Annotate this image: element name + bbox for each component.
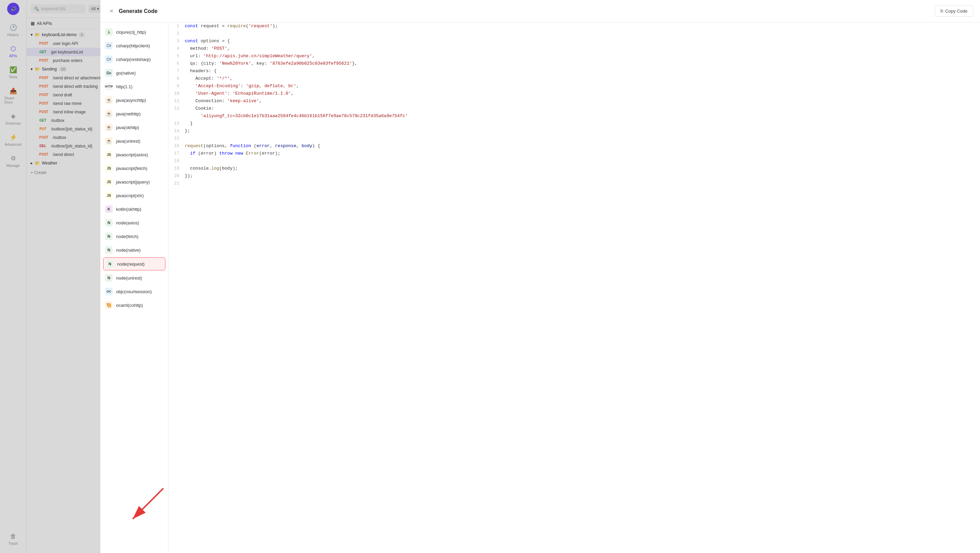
generate-code-panel: ✕ Generate Code ⎘ Copy Code λ clojure(cl… [100, 0, 980, 553]
http-icon: HTTP [105, 83, 113, 90]
ocaml-icon: 🐫 [105, 301, 113, 309]
panel-title: Generate Code [119, 8, 158, 14]
clojure-icon: λ [105, 28, 113, 36]
lang-node-axios[interactable]: N node(axios) [100, 216, 168, 229]
lang-js-fetch[interactable]: JS javascript(fetch) [100, 161, 168, 175]
code-line-20: 20 }); [169, 172, 980, 180]
js-axios-icon: JS [105, 151, 113, 158]
code-line-5: 5 url: 'http://apis.juhe.cn/simpleWeathe… [169, 53, 980, 60]
code-line-7: 7 headers: { [169, 67, 980, 75]
lang-kotlin[interactable]: K kotlin(okhttp) [100, 202, 168, 216]
code-line-9: 9 'Accept-Encoding': 'gzip, deflate, br'… [169, 83, 980, 90]
code-line-16: 16 request(options, function (error, res… [169, 142, 980, 150]
go-icon: Go [105, 69, 113, 76]
objc-icon: OC [105, 288, 113, 295]
code-line-6: 6 qs: {city: 'New%20York', key: '8763efe… [169, 60, 980, 67]
node-axios-icon: N [105, 219, 113, 226]
java-uni-icon: ☕ [105, 137, 113, 145]
node-request-icon: N [106, 260, 114, 268]
code-line-21: 21 [169, 180, 980, 187]
copy-code-button[interactable]: ⎘ Copy Code [935, 5, 973, 17]
lang-objc[interactable]: OC objc(nsurlsession) [100, 285, 168, 298]
code-line-10: 10 'User-Agent': 'EchoapiRuntime/1.1.0', [169, 90, 980, 97]
code-line-2: 2 [169, 30, 980, 37]
node-fetch-icon: N [105, 233, 113, 240]
close-button[interactable]: ✕ [107, 7, 115, 15]
lang-java-async[interactable]: ☕ java(asynchttp) [100, 93, 168, 107]
lang-node-unirest[interactable]: N node(unirest) [100, 271, 168, 285]
code-line-15: 15 [169, 135, 980, 142]
lang-node-native[interactable]: N node(native) [100, 243, 168, 257]
lang-js-jquery[interactable]: JS javascript(jquery) [100, 175, 168, 189]
js-xhr-icon: JS [105, 192, 113, 199]
lang-http[interactable]: HTTP http(1.1) [100, 80, 168, 93]
js-fetch-icon: JS [105, 164, 113, 172]
code-line-18: 18 [169, 157, 980, 165]
node-native-icon: N [105, 246, 113, 254]
csharp-rest-icon: C# [105, 56, 113, 63]
java-async-icon: ☕ [105, 96, 113, 104]
lang-ocaml[interactable]: 🐫 ocaml(cohttp) [100, 298, 168, 312]
code-line-14: 14 }; [169, 127, 980, 135]
lang-java-ok[interactable]: ☕ java(okhttp) [100, 121, 168, 134]
kotlin-icon: K [105, 206, 113, 213]
lang-clojure[interactable]: λ clojure(clj_http) [100, 25, 168, 39]
lang-node-request[interactable]: N node(request) [103, 257, 165, 270]
java-net-icon: ☕ [105, 110, 113, 118]
code-editor: 1 const request = require('request'); 2 … [169, 22, 980, 553]
csharp-icon: C# [105, 42, 113, 49]
code-line-12: 12 Cookie: [169, 105, 980, 112]
lang-js-xhr[interactable]: JS javascript(xhr) [100, 189, 168, 202]
lang-csharp-rest[interactable]: C# csharp(restsharp) [100, 53, 168, 66]
code-line-3: 3 const options = { [169, 37, 980, 45]
node-unirest-icon: N [105, 274, 113, 282]
code-line-13: 13 } [169, 120, 980, 127]
code-line-1: 1 const request = require('request'); [169, 22, 980, 30]
lang-node-fetch[interactable]: N node(fetch) [100, 229, 168, 243]
language-list: λ clojure(clj_http) C# csharp(httpclient… [100, 22, 169, 553]
code-line-19: 19 console.log(body); [169, 165, 980, 172]
code-line-17: 17 if (error) throw new Error(error); [169, 150, 980, 157]
copy-icon: ⎘ [940, 8, 943, 14]
code-line-12b: 'aliyungf_tc=32cb0c1e17b31aae2584fe4c46b… [169, 112, 980, 120]
code-line-8: 8 Accept: '*/*', [169, 75, 980, 83]
panel-header: ✕ Generate Code ⎘ Copy Code [100, 0, 980, 22]
code-line-4: 4 method: 'POST', [169, 45, 980, 53]
lang-csharp-http[interactable]: C# csharp(httpclient) [100, 39, 168, 53]
java-ok-icon: ☕ [105, 124, 113, 131]
lang-java-net[interactable]: ☕ java(nethttp) [100, 107, 168, 121]
lang-java-uni[interactable]: ☕ java(unirest) [100, 134, 168, 148]
panel-body: λ clojure(clj_http) C# csharp(httpclient… [100, 22, 980, 553]
modal-overlay: ✕ Generate Code ⎘ Copy Code λ clojure(cl… [0, 0, 980, 553]
code-line-11: 11 Connection: 'keep-alive', [169, 97, 980, 105]
lang-js-axios[interactable]: JS javascript(axios) [100, 148, 168, 161]
lang-go[interactable]: Go go(native) [100, 66, 168, 80]
js-jquery-icon: JS [105, 178, 113, 186]
